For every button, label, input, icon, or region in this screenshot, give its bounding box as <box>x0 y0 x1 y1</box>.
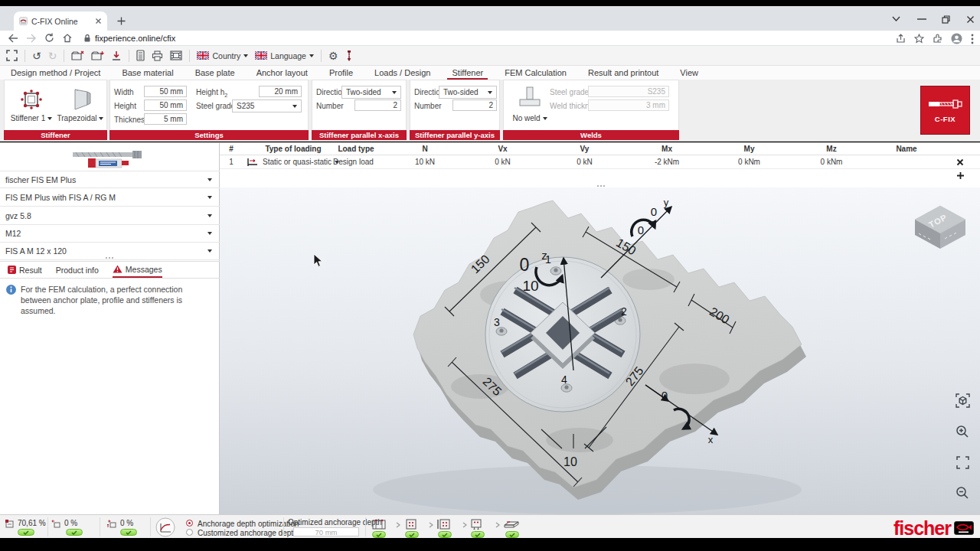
redo-icon[interactable]: ↻ <box>48 51 57 61</box>
back-icon[interactable] <box>8 34 18 43</box>
group-welds: No weld Steel grades Weld thickness Weld… <box>503 80 679 140</box>
weld-type-icon[interactable] <box>516 85 544 111</box>
step-anchor-plate-icon[interactable] <box>371 518 387 530</box>
save-icon[interactable] <box>111 51 122 61</box>
country-select[interactable]: Country <box>197 51 248 60</box>
language-select[interactable]: Language <box>255 51 314 60</box>
forward-icon[interactable] <box>26 34 37 43</box>
extensions-icon[interactable] <box>933 34 942 44</box>
tab-product-info[interactable]: Product info <box>56 262 99 278</box>
tab-loads-design[interactable]: Loads / Design <box>374 68 430 77</box>
anchor-bolt-icon[interactable] <box>345 50 353 62</box>
number-x-input[interactable] <box>354 99 401 111</box>
weld-steel-input[interactable] <box>588 86 669 97</box>
browser-tab[interactable]: C-FIX Online <box>14 11 107 31</box>
stiffener-shape-selector[interactable]: Trapezoidal <box>54 114 107 122</box>
coating-select[interactable]: gvz 5.8 <box>0 207 220 225</box>
new-project-icon[interactable] <box>71 51 84 61</box>
step-loads-icon[interactable] <box>469 518 483 530</box>
lock-icon[interactable] <box>83 34 91 43</box>
customized-anchorage-radio[interactable] <box>186 529 193 536</box>
tab-design-method-project[interactable]: Design method / Project <box>11 68 100 77</box>
steel-grades-select[interactable]: S235 <box>232 99 302 112</box>
step-slab-icon[interactable] <box>502 519 521 530</box>
col-type-of-loading: Type of loading <box>263 145 324 153</box>
stiffener-selector[interactable]: Stiffener 1 <box>6 114 57 122</box>
reload-icon[interactable] <box>44 33 54 43</box>
zoom-out-button[interactable] <box>954 484 971 501</box>
settings-gear-icon[interactable]: ⚙ <box>328 51 338 61</box>
tab-base-material[interactable]: Base material <box>122 68 173 77</box>
step-profile-icon[interactable] <box>436 518 452 530</box>
loading-type-select[interactable]: Static or quasi-static <box>263 158 324 166</box>
new-tab-icon[interactable] <box>116 16 126 26</box>
isometric-view-button[interactable] <box>954 392 971 409</box>
tab-close-icon[interactable] <box>95 18 102 24</box>
product-system-select[interactable]: FIS EM Plus with FIS A / RG M <box>0 189 220 207</box>
viewport-3d[interactable]: 150 150 200 275 275 10 z y <box>220 187 980 514</box>
width-input[interactable] <box>144 86 187 97</box>
video-icon[interactable] <box>170 51 182 60</box>
mx-value[interactable]: -2 kNm <box>626 158 708 166</box>
height-input[interactable] <box>144 99 187 111</box>
warning-icon <box>113 265 122 273</box>
step-layout-icon[interactable] <box>404 518 418 530</box>
viewport-3d-canvas[interactable]: 150 150 200 275 275 10 z y <box>220 187 980 514</box>
share-icon[interactable] <box>896 34 906 44</box>
table-resize-handle[interactable] <box>595 185 607 187</box>
tab-result[interactable]: Result <box>8 262 42 278</box>
window-chevron-icon[interactable] <box>891 15 901 22</box>
optimized-depth-input[interactable] <box>293 527 359 536</box>
mz-value[interactable]: 0 kNm <box>790 158 873 166</box>
print-icon[interactable] <box>152 51 163 61</box>
my-value[interactable]: 0 kNm <box>708 158 790 166</box>
stiffener-selector-icon[interactable] <box>18 86 45 112</box>
expand-icon[interactable] <box>6 50 18 61</box>
undo-icon[interactable]: ↺ <box>32 51 41 61</box>
thickness-input[interactable] <box>144 113 187 125</box>
n-value-label: 10 <box>522 278 538 294</box>
tab-base-plate[interactable]: Base plate <box>195 68 235 77</box>
n-value[interactable]: 10 kN <box>388 158 462 166</box>
add-row-icon[interactable] <box>956 171 965 180</box>
product-family-select[interactable]: fischer FIS EM Plus <box>0 171 220 188</box>
panel-resize-handle[interactable] <box>103 257 116 259</box>
cfix-logo-text: C-FIX <box>935 115 956 123</box>
window-restore-icon[interactable] <box>942 15 950 24</box>
diameter-select[interactable]: M12 <box>0 225 220 243</box>
weld-mode-selector[interactable]: No weld <box>507 114 553 122</box>
bookmark-star-icon[interactable] <box>914 34 924 44</box>
vy-value[interactable]: 0 kN <box>544 158 626 166</box>
width-label: Width <box>114 88 134 96</box>
weld-thickness-input[interactable] <box>588 99 669 111</box>
tab-anchor-layout[interactable]: Anchor layout <box>256 68 308 77</box>
tab-stiffener[interactable]: Stiffener <box>452 68 483 77</box>
tab-messages[interactable]: Messages <box>113 262 162 278</box>
home-icon[interactable] <box>62 33 73 43</box>
number-y-input[interactable] <box>452 99 497 111</box>
open-project-icon[interactable] <box>91 51 104 61</box>
profile-avatar[interactable] <box>951 33 962 44</box>
calculator-icon[interactable] <box>136 50 145 61</box>
window-close-icon[interactable] <box>966 15 975 24</box>
direction-y-select[interactable]: Two-sided <box>439 86 497 99</box>
tab-result-printout[interactable]: Result and printout <box>588 68 658 77</box>
load-displacement-icon[interactable] <box>155 517 175 537</box>
fit-view-button[interactable] <box>954 454 971 471</box>
zoom-in-button[interactable] <box>954 423 971 440</box>
tab-fem-calculation[interactable]: FEM Calculation <box>505 68 567 77</box>
tab-view[interactable]: View <box>680 68 698 77</box>
height-h2-input[interactable] <box>259 86 302 97</box>
anchorage-optimization-radio[interactable] <box>186 520 193 527</box>
vx-value[interactable]: 0 kN <box>462 158 544 166</box>
browser-menu-icon[interactable] <box>971 34 974 44</box>
delete-row-icon[interactable] <box>956 158 964 166</box>
trapezoidal-shape-icon[interactable] <box>69 86 93 112</box>
language-flag-icon <box>255 51 267 60</box>
tab-profile[interactable]: Profile <box>329 68 353 77</box>
chevron-down-icon <box>488 91 492 94</box>
window-minimize-icon[interactable] <box>917 18 926 20</box>
utilization-3-value: 0 % <box>120 519 133 527</box>
direction-x-select[interactable]: Two-sided <box>341 86 401 99</box>
url-text[interactable]: fixperience.online/cfix <box>95 34 175 43</box>
